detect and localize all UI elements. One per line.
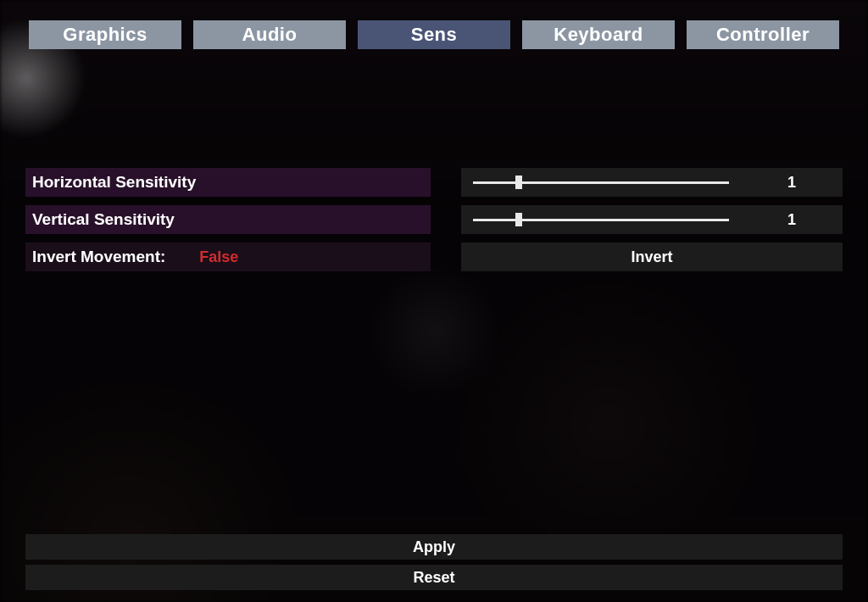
value-vertical-sensitivity: 1 (741, 211, 843, 229)
row-invert-movement: Invert Movement: False Invert (25, 242, 843, 271)
button-label: Invert (631, 248, 672, 266)
value-horizontal-sensitivity: 1 (741, 174, 843, 192)
label-text: Vertical Sensitivity (32, 210, 175, 229)
invert-button[interactable]: Invert (461, 242, 843, 271)
label-horizontal-sensitivity: Horizontal Sensitivity (25, 168, 431, 197)
slider-thumb[interactable] (515, 213, 522, 226)
row-gap (431, 168, 461, 197)
label-invert-movement: Invert Movement: False (25, 242, 431, 271)
tab-controller[interactable]: Controller (687, 20, 839, 49)
slider-vertical[interactable] (461, 219, 741, 221)
slider-track (473, 181, 729, 184)
status-invert-movement: False (199, 248, 238, 266)
button-label: Apply (413, 538, 455, 556)
tab-audio[interactable]: Audio (193, 20, 346, 49)
tab-graphics[interactable]: Graphics (29, 20, 181, 49)
settings-tabs: Graphics Audio Sens Keyboard Controller (29, 20, 839, 49)
label-text: Horizontal Sensitivity (32, 173, 196, 192)
label-text: Invert Movement: (32, 248, 165, 266)
reset-button[interactable]: Reset (25, 565, 843, 590)
button-label: Reset (413, 569, 454, 587)
tab-sens[interactable]: Sens (358, 20, 510, 49)
apply-button[interactable]: Apply (25, 534, 843, 560)
row-horizontal-sensitivity: Horizontal Sensitivity 1 (25, 168, 843, 197)
settings-rows: Horizontal Sensitivity 1 Vertical Sensit… (25, 168, 843, 280)
control-vertical-sensitivity: 1 (461, 205, 843, 234)
row-gap (431, 242, 461, 271)
slider-horizontal[interactable] (461, 181, 741, 184)
slider-track (473, 219, 729, 221)
control-horizontal-sensitivity: 1 (461, 168, 843, 197)
tab-keyboard[interactable]: Keyboard (522, 20, 675, 49)
row-gap (431, 205, 461, 234)
footer-buttons: Apply Reset (25, 529, 843, 590)
settings-screen: Graphics Audio Sens Keyboard Controller … (0, 0, 868, 602)
label-vertical-sensitivity: Vertical Sensitivity (25, 205, 431, 234)
slider-thumb[interactable] (515, 176, 522, 189)
row-vertical-sensitivity: Vertical Sensitivity 1 (25, 205, 843, 234)
